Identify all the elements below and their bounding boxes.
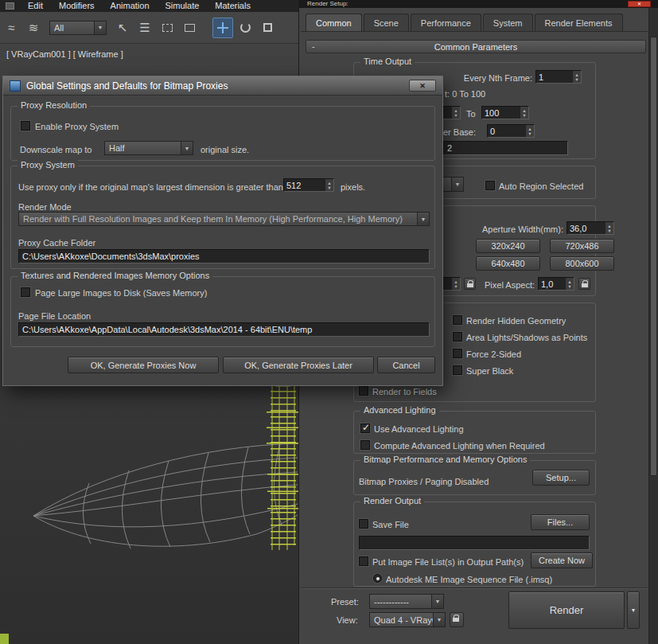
spinner-arrows-icon[interactable] xyxy=(325,179,333,191)
close-icon[interactable] xyxy=(409,80,436,92)
tab-common[interactable]: Common xyxy=(306,14,362,31)
move-tool-icon[interactable] xyxy=(212,18,233,38)
file-number-base-value[interactable]: 0 xyxy=(488,125,525,137)
render-button[interactable]: Render xyxy=(508,591,625,629)
force-2-sided-checkbox[interactable] xyxy=(453,349,462,358)
compute-advanced-lighting-checkbox[interactable] xyxy=(360,440,370,450)
range-to-spinner[interactable]: 100 xyxy=(481,106,529,119)
selection-filter-dropdown[interactable]: All xyxy=(49,21,107,35)
spinner-arrows-icon[interactable] xyxy=(565,278,574,290)
tab-render-elements[interactable]: Render Elements xyxy=(535,14,623,31)
tab-performance[interactable]: Performance xyxy=(411,14,481,31)
pixel-aspect-value[interactable]: 1,0 xyxy=(539,278,565,290)
preset-720x486-button[interactable]: 720x486 xyxy=(550,239,614,253)
render-setup-titlebar[interactable]: Render Setup: xyxy=(299,0,658,8)
spinner-arrows-icon[interactable] xyxy=(451,107,460,119)
page-large-images-checkbox[interactable] xyxy=(21,287,30,297)
menu-simulate[interactable]: Simulate xyxy=(158,0,208,12)
bitmap-setup-button[interactable]: Setup... xyxy=(532,470,590,486)
view-lock-icon[interactable] xyxy=(450,612,464,627)
ok-generate-now-button[interactable]: OK, Generate Proxies Now xyxy=(68,357,219,373)
page-file-location-value: C:\Users\AKkoxe\AppData\Local\Autodesk\3… xyxy=(22,325,312,334)
curve-tool-icon-1[interactable]: ≈ xyxy=(1,18,21,38)
use-advanced-lighting-checkbox[interactable] xyxy=(360,423,370,433)
view-value: Quad 4 - VRayC xyxy=(370,615,433,625)
render-output-group-label: Render Output xyxy=(360,496,424,505)
threshold-spinner[interactable]: 512 xyxy=(283,178,334,192)
every-nth-frame-value[interactable]: 1 xyxy=(536,71,572,83)
window-crossing-icon[interactable] xyxy=(179,18,200,38)
proxy-cache-folder-field[interactable]: C:\Users\AKkoxe\Documents\3dsMax\proxies xyxy=(18,249,430,263)
enable-proxy-system-checkbox[interactable] xyxy=(21,121,30,131)
save-file-checkbox[interactable] xyxy=(359,519,368,529)
solid-rect-icon xyxy=(185,24,195,32)
create-now-button[interactable]: Create Now xyxy=(531,552,593,568)
viewport-label[interactable]: [ VRayCam001 ] [ Wireframe ] xyxy=(6,49,123,59)
spinner-arrows-icon[interactable] xyxy=(572,71,581,83)
cancel-button[interactable]: Cancel xyxy=(377,357,435,373)
downscale-dropdown[interactable]: Half xyxy=(104,141,193,155)
preset-label: Preset: xyxy=(331,597,359,607)
render-to-fields-checkbox[interactable] xyxy=(359,386,368,396)
spinner-arrows-icon[interactable] xyxy=(525,125,534,137)
pixel-aspect-lock-icon[interactable] xyxy=(578,278,590,290)
app-icon[interactable] xyxy=(6,2,14,10)
preset-640x480-button[interactable]: 640x480 xyxy=(476,256,540,271)
scale-tool-icon[interactable] xyxy=(257,18,278,38)
auto-region-checkbox[interactable] xyxy=(485,181,495,190)
view-dropdown[interactable]: Quad 4 - VRayC xyxy=(369,612,446,627)
image-aspect-lock-icon[interactable] xyxy=(464,278,476,290)
page-file-location-label: Page File Location xyxy=(18,311,91,321)
imsq-radio[interactable] xyxy=(373,574,382,583)
output-path-field[interactable] xyxy=(359,536,590,550)
preset-320x240-button[interactable]: 320x240 xyxy=(476,239,540,253)
ok-generate-later-button[interactable]: OK, Generate Proxies Later xyxy=(223,357,374,373)
close-icon[interactable] xyxy=(628,1,651,7)
spinner-arrows-icon[interactable] xyxy=(605,222,613,234)
dialog-titlebar[interactable]: Global Settings and Defaults for Bitmap … xyxy=(3,76,442,96)
pixel-aspect-spinner[interactable]: 1,0 xyxy=(538,277,574,291)
page-file-location-field[interactable]: C:\Users\AKkoxe\AppData\Local\Autodesk\3… xyxy=(18,322,430,337)
render-dropdown-arrow-icon[interactable]: ▼ xyxy=(627,591,640,629)
curve-tool-icon-2[interactable]: ≋ xyxy=(23,18,44,38)
render-hidden-geometry-checkbox[interactable] xyxy=(453,315,462,325)
preset-dropdown[interactable]: ------------ xyxy=(369,594,444,609)
tab-divider xyxy=(301,31,648,32)
select-by-name-icon[interactable]: ☰ xyxy=(134,18,155,38)
tab-scene[interactable]: Scene xyxy=(364,14,409,31)
aperture-width-value[interactable]: 36,0 xyxy=(567,222,605,234)
put-image-file-list-checkbox[interactable] xyxy=(359,556,368,566)
select-object-icon[interactable]: ↖ xyxy=(112,18,133,38)
rotate-tool-icon[interactable] xyxy=(235,18,255,38)
menu-animation[interactable]: Animation xyxy=(103,0,158,12)
maxscript-mini-listener[interactable] xyxy=(0,634,9,644)
menu-materials[interactable]: Materials xyxy=(207,0,259,12)
render-mode-dropdown[interactable]: Render with Full Resolution Images and K… xyxy=(18,212,430,226)
menu-edit[interactable]: Edit xyxy=(20,0,51,12)
common-parameters-rollout[interactable]: - Common Parameters xyxy=(306,40,646,53)
spinner-arrows-icon[interactable] xyxy=(520,107,528,119)
spinner-arrows-icon[interactable] xyxy=(451,278,460,290)
render-mode-label: Render Mode xyxy=(18,202,72,212)
frames-field[interactable]: 2 xyxy=(443,141,568,155)
save-file-label: Save File xyxy=(372,520,409,529)
render-hidden-geometry-label: Render Hidden Geometry xyxy=(466,316,566,326)
tab-system[interactable]: System xyxy=(483,14,533,31)
file-number-base-spinner[interactable]: 0 xyxy=(487,124,535,138)
render-setup-tabs: Common Scene Performance System Render E… xyxy=(306,14,623,31)
every-nth-frame-spinner[interactable]: 1 xyxy=(535,70,582,84)
render-mode-value: Render with Full Resolution Images and K… xyxy=(19,214,417,224)
use-advanced-lighting-label: Use Advanced Lighting xyxy=(374,424,464,434)
threshold-value[interactable]: 512 xyxy=(284,179,325,191)
rotate-circle-icon xyxy=(240,22,251,33)
preset-800x600-button[interactable]: 800x600 xyxy=(550,256,614,271)
aperture-width-spinner[interactable]: 36,0 xyxy=(567,221,614,235)
super-black-checkbox[interactable] xyxy=(453,365,462,375)
scrollbar-thumb[interactable] xyxy=(650,37,657,476)
area-lights-checkbox[interactable] xyxy=(453,332,462,342)
region-select-icon[interactable] xyxy=(157,18,177,38)
menu-modifiers[interactable]: Modifiers xyxy=(51,0,103,12)
aperture-width-label: Aperture Width(mm): xyxy=(455,224,563,234)
range-to-value[interactable]: 100 xyxy=(482,107,520,119)
files-button[interactable]: Files... xyxy=(531,514,590,530)
